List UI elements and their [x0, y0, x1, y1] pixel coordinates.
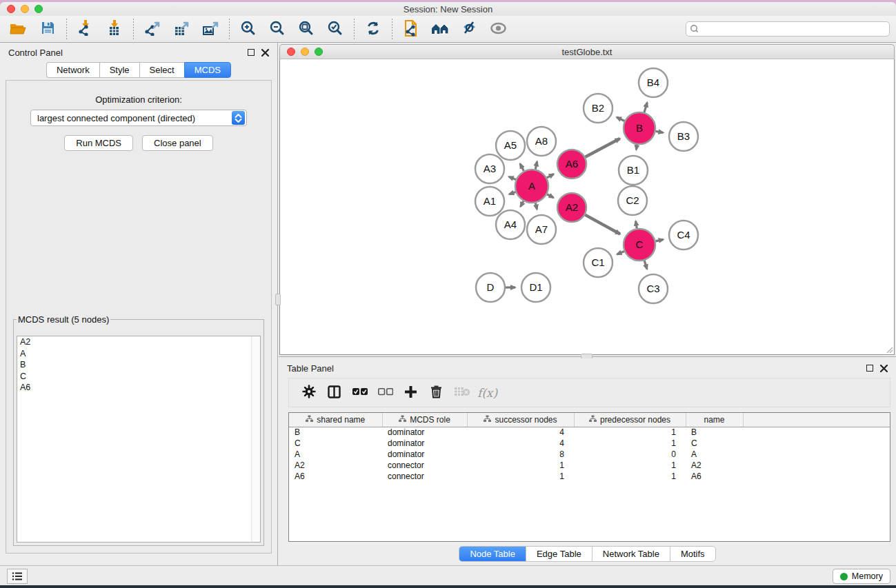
- export-image-button[interactable]: [196, 18, 225, 40]
- search-input[interactable]: [701, 23, 889, 35]
- cell-name[interactable]: A2: [686, 460, 743, 471]
- edge-A-A6[interactable]: [547, 174, 554, 177]
- close-table-panel-icon[interactable]: [880, 365, 888, 372]
- tab-motifs[interactable]: Motifs: [670, 547, 715, 561]
- export-network-button[interactable]: [138, 18, 167, 40]
- graph-node-D1[interactable]: D1: [521, 273, 550, 302]
- network-canvas[interactable]: B4B2BB3B1A5A8A6A3AA1C2A2A4A7C4CC1C3DD1: [279, 59, 895, 355]
- cell-shared-name[interactable]: A2: [289, 460, 382, 471]
- tab-network-table[interactable]: Network Table: [593, 547, 670, 561]
- mcds-result-item[interactable]: A2: [17, 336, 260, 348]
- cell-successor-nodes[interactable]: 1: [467, 471, 574, 482]
- cell-successor-nodes[interactable]: 1: [467, 460, 574, 471]
- column-header-MCDS-role[interactable]: MCDS role: [382, 413, 467, 427]
- mcds-result-item[interactable]: B: [17, 359, 260, 371]
- tab-style[interactable]: Style: [99, 62, 139, 78]
- zoom-fit-button[interactable]: [292, 18, 321, 40]
- graph-node-B[interactable]: B: [624, 112, 655, 144]
- mcds-result-item[interactable]: A6: [17, 382, 260, 394]
- edge-B-B1[interactable]: [636, 145, 637, 150]
- cell-MCDS-role[interactable]: connector: [382, 471, 467, 482]
- close-panel-icon[interactable]: [261, 49, 269, 57]
- edge-A-A4[interactable]: [521, 201, 524, 207]
- show-all-button[interactable]: [484, 18, 512, 40]
- edge-A6-B[interactable]: [585, 139, 619, 157]
- graph-node-D[interactable]: D: [476, 273, 505, 302]
- show-columns-button[interactable]: [321, 381, 347, 405]
- graph-node-C[interactable]: C: [624, 229, 655, 261]
- graph-node-B2[interactable]: B2: [584, 94, 613, 123]
- table-row[interactable]: Adominator80A: [289, 449, 890, 460]
- graph-node-A[interactable]: A: [515, 170, 548, 203]
- run-mcds-button[interactable]: Run MCDS: [64, 135, 133, 151]
- float-table-panel-icon[interactable]: [866, 365, 873, 372]
- float-panel-icon[interactable]: [248, 49, 255, 56]
- edge-A-A3[interactable]: [509, 176, 516, 179]
- close-panel-button[interactable]: Close panel: [142, 135, 213, 151]
- cell-MCDS-role[interactable]: connector: [382, 460, 467, 471]
- cell-predecessor-nodes[interactable]: 0: [574, 449, 686, 460]
- table-row[interactable]: A2connector11A2: [289, 460, 890, 471]
- tab-mcds[interactable]: MCDS: [184, 62, 231, 78]
- graph-node-A1[interactable]: A1: [475, 187, 504, 216]
- mcds-list-scrollbar[interactable]: [251, 336, 260, 542]
- edge-B-B3[interactable]: [656, 131, 664, 132]
- graph-node-B3[interactable]: B3: [669, 122, 698, 151]
- edge-A-A7[interactable]: [535, 203, 537, 209]
- graph-node-C2[interactable]: C2: [618, 186, 647, 215]
- optimization-criterion-select[interactable]: largest connected component (directed): [30, 110, 247, 126]
- cell-predecessor-nodes[interactable]: 1: [574, 427, 686, 438]
- delete-columns-button[interactable]: [424, 381, 449, 405]
- edge-C-C3[interactable]: [644, 261, 647, 269]
- cell-MCDS-role[interactable]: dominator: [382, 449, 467, 460]
- mcds-result-list[interactable]: A2ABCA6: [17, 336, 261, 543]
- memory-button[interactable]: Memory: [833, 569, 890, 584]
- mcds-result-item[interactable]: C: [17, 371, 260, 383]
- zoom-in-button[interactable]: [234, 18, 263, 40]
- graph-node-A6[interactable]: A6: [557, 150, 586, 179]
- import-network-button[interactable]: [71, 18, 100, 40]
- cell-shared-name[interactable]: A6: [289, 471, 382, 482]
- mcds-result-item[interactable]: A: [17, 348, 260, 360]
- task-history-button[interactable]: [7, 569, 28, 584]
- cell-successor-nodes[interactable]: 4: [467, 427, 574, 438]
- cell-predecessor-nodes[interactable]: 1: [574, 438, 686, 449]
- hide-selected-button[interactable]: [455, 18, 484, 40]
- cell-name[interactable]: B: [686, 427, 743, 438]
- edge-C-C2[interactable]: [636, 221, 637, 229]
- column-header-predecessor-nodes[interactable]: predecessor nodes: [574, 413, 686, 427]
- graph-node-A2[interactable]: A2: [557, 193, 586, 222]
- select-all-columns-button[interactable]: [347, 381, 372, 405]
- first-neighbors-button[interactable]: [426, 18, 455, 40]
- import-table-button[interactable]: [100, 18, 129, 40]
- column-header-name[interactable]: name: [686, 413, 743, 427]
- edge-A-A1[interactable]: [509, 192, 515, 194]
- cell-name[interactable]: C: [686, 438, 743, 449]
- cell-name[interactable]: A6: [686, 471, 743, 482]
- cell-name[interactable]: A: [686, 449, 743, 460]
- graph-node-A4[interactable]: A4: [496, 210, 525, 239]
- edge-C-C4[interactable]: [655, 239, 663, 241]
- edge-B-B2[interactable]: [617, 117, 624, 121]
- cell-MCDS-role[interactable]: dominator: [382, 438, 467, 449]
- open-session-button[interactable]: [4, 18, 33, 40]
- create-column-button[interactable]: [398, 381, 424, 405]
- column-header-successor-nodes[interactable]: successor nodes: [467, 413, 574, 427]
- graph-node-C1[interactable]: C1: [584, 248, 613, 277]
- vertical-splitter-handle[interactable]: [275, 294, 281, 305]
- search-box[interactable]: [686, 21, 890, 37]
- cell-shared-name[interactable]: B: [289, 427, 382, 438]
- column-header-shared-name[interactable]: shared name: [289, 413, 382, 427]
- edge-A-A8[interactable]: [535, 161, 537, 169]
- edge-B-B4[interactable]: [644, 103, 647, 112]
- edge-C-C1[interactable]: [617, 252, 624, 255]
- table-row[interactable]: A6connector11A6: [289, 471, 890, 482]
- node-table[interactable]: shared nameMCDS rolesuccessor nodesprede…: [288, 412, 890, 542]
- resize-corner-icon[interactable]: [885, 345, 893, 354]
- unselect-all-columns-button[interactable]: [372, 381, 398, 405]
- cell-successor-nodes[interactable]: 8: [467, 449, 574, 460]
- graph-node-C3[interactable]: C3: [639, 274, 668, 303]
- table-row[interactable]: Cdominator41C: [289, 438, 890, 449]
- tab-edge-table[interactable]: Edge Table: [526, 547, 593, 561]
- network-window-titlebar[interactable]: testGlobe.txt: [279, 44, 895, 59]
